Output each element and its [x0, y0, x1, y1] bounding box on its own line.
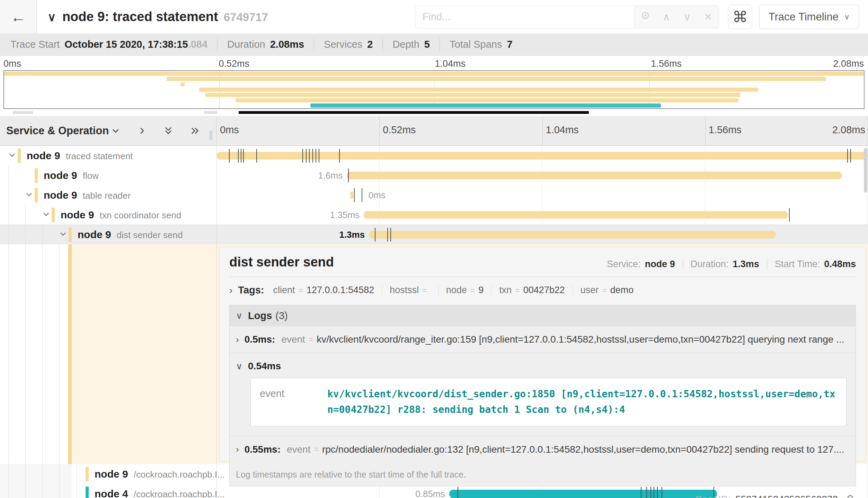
- span-bar-cell[interactable]: 1.6ms: [216, 165, 868, 185]
- indent-guide: [8, 165, 9, 185]
- next-match-icon[interactable]: ∨: [680, 11, 694, 23]
- span-bar-cell[interactable]: [216, 146, 868, 165]
- meta-value: node 9: [645, 259, 675, 270]
- span-color-swatch: [69, 227, 72, 242]
- operation-name: table reader: [83, 190, 131, 201]
- log-marker: [302, 149, 303, 163]
- span-bar[interactable]: [347, 172, 842, 179]
- service-name: node 9: [95, 468, 128, 480]
- indent-guide: [25, 205, 26, 225]
- collapse-trace-icon[interactable]: ∨: [47, 10, 56, 24]
- scrubber-handle[interactable]: [13, 111, 33, 114]
- detail-title: dist sender send: [229, 255, 334, 270]
- summary-label: Depth: [392, 39, 419, 50]
- collapse-one-icon[interactable]: [110, 125, 121, 136]
- indent-guide: [8, 225, 9, 244]
- prev-match-icon[interactable]: ∧: [659, 11, 673, 23]
- equals-sign: =: [602, 286, 606, 295]
- log-marker: [348, 169, 349, 182]
- timeline-gridline: [705, 116, 706, 145]
- summary-value: 2.08ms: [270, 39, 304, 50]
- log-marker: [312, 149, 313, 163]
- log-entry-expanded: ∨ 0.54ms event kv/kvclient/kvcoord/dist_…: [230, 353, 856, 436]
- span-bar[interactable]: [369, 231, 776, 238]
- span-bar[interactable]: [350, 191, 353, 199]
- span-color-swatch: [35, 168, 38, 183]
- tag-value: demo: [610, 285, 634, 296]
- minimap-canvas[interactable]: [3, 70, 865, 109]
- scrubber-handle[interactable]: [204, 111, 217, 114]
- keyboard-shortcuts-button[interactable]: ⌘: [728, 5, 752, 29]
- span-row-flow[interactable]: node 9 flow 1.6ms: [0, 165, 868, 185]
- chevron-right-icon[interactable]: ›: [229, 285, 232, 296]
- summary-label: Trace Start: [10, 39, 60, 50]
- collapse-all-icon[interactable]: [163, 125, 174, 136]
- timeline-tick: 0.52ms: [383, 124, 416, 136]
- command-icon: ⌘: [733, 8, 748, 26]
- locate-match-icon[interactable]: [638, 10, 652, 23]
- vertical-scrollbar[interactable]: [864, 148, 867, 193]
- column-resizer-handle[interactable]: ∥: [209, 129, 213, 141]
- tags-title: Tags:: [238, 284, 264, 296]
- span-bar[interactable]: [216, 152, 868, 160]
- indent-guide: [76, 484, 77, 498]
- indent-guide: [59, 244, 60, 464]
- meta-item: Start Time: 0.48ms: [767, 259, 856, 270]
- chevron-down-icon[interactable]: [7, 150, 17, 161]
- meta-item: Service: node 9: [607, 259, 675, 270]
- minimap-span-bar: [180, 82, 185, 87]
- clear-find-icon[interactable]: ✕: [701, 11, 715, 23]
- tag-key: user: [581, 285, 599, 296]
- span-bar[interactable]: [364, 211, 788, 219]
- descendant-gutter: [0, 484, 72, 498]
- tag-item: user = demo: [573, 285, 634, 296]
- trace-view-selector[interactable]: Trace Timeline ∨: [759, 5, 859, 29]
- chevron-down-icon[interactable]: [41, 209, 51, 220]
- log-marker: [375, 228, 375, 242]
- tag-value: 9: [478, 285, 484, 296]
- panel-splitter[interactable]: [216, 146, 217, 498]
- span-bar-cell[interactable]: 1.35ms: [216, 205, 868, 225]
- meta-value: 0.48ms: [824, 259, 856, 270]
- span-bar-cell[interactable]: 1.3ms: [216, 225, 868, 244]
- log-entry[interactable]: › 0.5ms: event = kv/kvclient/kvcoord/ran…: [230, 326, 856, 353]
- spanid-label: SpanID:: [696, 494, 730, 498]
- timeline-tick: 0ms: [220, 124, 239, 136]
- expand-one-icon[interactable]: [136, 125, 148, 136]
- log-entry-header[interactable]: ∨ 0.54ms: [230, 353, 856, 377]
- span-name-cell: node 9 dist sender send: [0, 225, 216, 244]
- log-entry[interactable]: › 0.55ms: event = rpc/nodedialer/nodedia…: [230, 436, 856, 463]
- back-button[interactable]: ←: [0, 0, 37, 34]
- log-marker: [238, 149, 239, 163]
- indent-guide: [25, 225, 26, 244]
- tags-list: client = 127.0.0.1:54582 hostssl = node: [273, 285, 634, 296]
- chevron-down-icon[interactable]: [24, 190, 34, 201]
- chevron-down-icon[interactable]: [58, 229, 68, 240]
- viewport-range-bar[interactable]: [239, 111, 589, 114]
- indent-guide: [8, 244, 9, 464]
- span-row-table-reader[interactable]: node 9 table reader 0ms: [0, 185, 868, 205]
- span-row-traced-statement[interactable]: node 9 traced statement: [0, 146, 868, 165]
- service-operation-title: Service & Operation: [6, 125, 109, 137]
- span-name-cell: node 9 traced statement: [0, 146, 216, 165]
- find-input[interactable]: [415, 6, 635, 28]
- log-marker: [339, 149, 340, 163]
- service-name: node 4: [95, 488, 128, 498]
- log-marker: [229, 149, 230, 163]
- tags-row[interactable]: › Tags: client = 127.0.0.1:54582 hostssl…: [229, 284, 856, 296]
- span-row-dist-sender-send[interactable]: node 9 dist sender send 1.3ms: [0, 225, 868, 244]
- indent-guide: [59, 484, 60, 498]
- expand-all-icon[interactable]: [189, 125, 200, 136]
- summary-value: 2: [367, 39, 373, 50]
- deep-link-icon[interactable]: [843, 494, 854, 498]
- meta-label: Duration:: [691, 259, 729, 270]
- service-name: node 9: [44, 189, 77, 201]
- meta-value: 1.3ms: [733, 259, 759, 270]
- span-color-swatch: [52, 208, 55, 222]
- header-controls: ∧ ∨ ✕ ⌘ Trace Timeline ∨: [415, 5, 859, 29]
- span-row-txn-coordinator-send[interactable]: node 9 txn coordinator send 1.35ms: [0, 205, 868, 225]
- logs-header[interactable]: ∨ Logs (3): [230, 305, 856, 326]
- span-bar-cell[interactable]: 0ms: [216, 185, 868, 205]
- log-marker: [309, 149, 310, 163]
- equals-sign: =: [309, 335, 313, 344]
